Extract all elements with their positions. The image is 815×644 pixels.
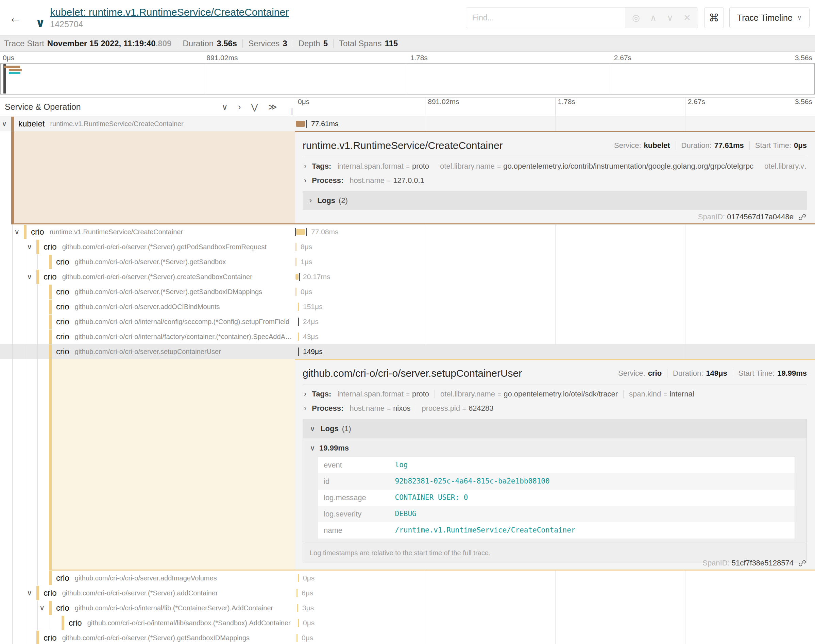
span-duration-label: 77.08ms [311,224,339,239]
span-row-timeline-cell[interactable]: 1μs [295,255,815,269]
span-row[interactable]: criogithub.com/cri-o/cri-o/server.addIma… [0,570,815,586]
link-icon[interactable] [798,213,806,221]
tag-equals: = [663,391,667,398]
locate-icon[interactable]: ◎ [632,13,640,22]
chevron-down-icon[interactable]: ∨ [27,589,32,597]
span-row-timeline-cell[interactable]: 3μs [295,601,815,615]
span-row-name-cell[interactable]: ∨criogithub.com/cri-o/cri-o/server.(*Ser… [0,239,295,255]
span-row-name-cell[interactable]: criogithub.com/cri-o/cri-o/internal/lib/… [0,615,295,630]
span-row-name-cell[interactable]: criogithub.com/cri-o/cri-o/server.(*Serv… [0,630,295,644]
span-row-timeline-cell[interactable]: 0μs [295,630,815,644]
timeline-grid-line [425,239,425,255]
minimap-drag-handle[interactable] [3,64,6,94]
tags-summary-row[interactable]: ›Tags:internal.span.format=protootel.lib… [303,157,807,172]
minimap-canvas[interactable] [0,63,815,95]
span-row[interactable]: criogithub.com/cri-o/cri-o/server.(*Serv… [0,630,815,644]
span-row-name-cell[interactable]: criogithub.com/cri-o/cri-o/server.(*Serv… [0,255,295,269]
service-name: crio [56,347,69,356]
span-row-timeline-cell[interactable]: 24μs [295,314,815,329]
column-resizer-handle[interactable]: ∥ [290,107,293,115]
tag-key: internal.span.format [337,162,403,171]
span-row-timeline-cell[interactable]: 77.08ms [295,224,815,239]
link-icon[interactable] [798,559,806,567]
expand-all-icon[interactable]: ≫ [268,103,277,111]
span-row[interactable]: criogithub.com/cri-o/cri-o/internal/fact… [0,329,815,344]
span-boundary-tick [298,303,299,311]
span-row-name-cell[interactable]: criogithub.com/cri-o/cri-o/internal/fact… [0,329,295,344]
clear-search-icon[interactable]: ✕ [683,13,691,22]
next-result-icon[interactable]: ∨ [667,13,673,22]
prev-result-icon[interactable]: ∧ [650,13,657,22]
span-duration-label: 0μs [302,630,313,644]
timeline-grid-line [425,344,425,359]
service-color-bar [49,299,52,314]
span-row-name-cell[interactable]: criogithub.com/cri-o/cri-o/server.addIma… [0,570,295,586]
collapse-all-icon[interactable]: ⋁ [251,103,258,111]
logs-section-header[interactable]: ∨Logs(1) [303,419,806,438]
span-row-name-cell[interactable]: ∨crioruntime.v1.RuntimeService/CreateCon… [0,224,295,239]
span-row[interactable]: criogithub.com/cri-o/cri-o/server.addOCI… [0,299,815,314]
span-row[interactable]: criogithub.com/cri-o/cri-o/server.(*Serv… [0,284,815,299]
process-summary-row[interactable]: ›Process:host.name=127.0.0.1 [303,172,807,186]
span-row[interactable]: ∨criogithub.com/cri-o/cri-o/server.(*Ser… [0,586,815,601]
span-row[interactable]: criogithub.com/cri-o/cri-o/server.(*Serv… [0,255,815,269]
span-row-timeline-cell[interactable]: 8μs [295,239,815,255]
span-row[interactable]: ∨criogithub.com/cri-o/cri-o/server.(*Ser… [0,269,815,284]
timeline-grid-line [425,601,425,615]
span-row-name-cell[interactable]: criogithub.com/cri-o/cri-o/internal/conf… [0,314,295,329]
timeline-grid-line [685,601,685,615]
expand-one-icon[interactable]: › [238,103,241,111]
chevron-down-icon[interactable]: ∨ [2,120,7,128]
tag-value: 624283 [469,404,493,413]
span-row-timeline-cell[interactable]: 0μs [295,284,815,299]
span-row[interactable]: ∨criogithub.com/cri-o/cri-o/internal/lib… [0,601,815,615]
span-row[interactable]: ∨crioruntime.v1.RuntimeService/CreateCon… [0,224,815,239]
span-row-name-cell[interactable]: ∨criogithub.com/cri-o/cri-o/server.(*Ser… [0,586,295,601]
timeline-grid-line [685,630,685,644]
trace-collapse-icon[interactable]: ∨ [35,17,45,29]
find-input[interactable] [466,8,625,28]
chevron-down-icon[interactable]: ∨ [14,228,19,236]
span-row-name-cell[interactable]: criogithub.com/cri-o/cri-o/server.(*Serv… [0,284,295,299]
span-row-name-cell[interactable]: ∨criogithub.com/cri-o/cri-o/server.(*Ser… [0,269,295,284]
chevron-down-icon[interactable]: ∨ [27,243,32,251]
indent-guide-line [12,630,12,644]
span-duration-label: 20.17ms [303,269,331,284]
span-row-timeline-cell[interactable]: 149μs [295,344,815,359]
span-row-timeline-cell[interactable]: 0μs [295,570,815,586]
span-duration-label: 149μs [303,344,323,359]
span-row-name-cell[interactable]: criogithub.com/cri-o/cri-o/server.setupC… [0,344,295,359]
service-name: crio [56,573,69,583]
span-row[interactable]: ∨criogithub.com/cri-o/cri-o/server.(*Ser… [0,239,815,255]
span-row[interactable]: criogithub.com/cri-o/cri-o/server.setupC… [0,344,815,359]
span-row-name-cell[interactable]: criogithub.com/cri-o/cri-o/server.addOCI… [0,299,295,314]
service-name: crio [31,227,44,237]
trace-title-link[interactable]: kubelet: runtime.v1.RuntimeService/Creat… [50,6,289,18]
chevron-down-icon[interactable]: ∨ [27,273,32,281]
back-button[interactable]: ← [9,11,22,24]
chevron-right-icon: › [304,404,306,413]
span-detail-left-filler [0,131,295,224]
span-row[interactable]: ∨kubeletruntime.v1.RuntimeService/Create… [0,116,815,131]
span-row-timeline-cell[interactable]: 0μs [295,615,815,630]
process-summary-row[interactable]: ›Process:host.name=nixosprocess.pid=6242… [303,399,807,414]
span-row[interactable]: criogithub.com/cri-o/cri-o/internal/conf… [0,314,815,329]
tag-item: process.pid=624283 [421,404,493,413]
span-row-timeline-cell[interactable]: 77.61ms [295,116,815,131]
span-row-timeline-cell[interactable]: 43μs [295,329,815,344]
span-detail-title: runtime.v1.RuntimeService/CreateContaine… [303,140,614,151]
span-row-timeline-cell[interactable]: 151μs [295,299,815,314]
tags-summary-row[interactable]: ›Tags:internal.span.format=protootel.lib… [303,385,807,399]
chevron-down-icon[interactable]: ∨ [40,604,44,612]
span-row[interactable]: criogithub.com/cri-o/cri-o/internal/lib/… [0,615,815,630]
logs-section-header[interactable]: ›Logs(2) [303,191,807,210]
collapse-one-icon[interactable]: ∨ [222,103,228,111]
span-row-timeline-cell[interactable]: 6μs [295,586,815,601]
log-entry-toggle[interactable]: ∨19.99ms [303,439,806,453]
view-selector-button[interactable]: Trace Timeline ∨ [729,7,810,28]
log-field-key: log.severity [318,506,390,522]
span-row-timeline-cell[interactable]: 20.17ms [295,269,815,284]
keyboard-shortcuts-button[interactable]: ⌘ [704,7,724,28]
span-row-name-cell[interactable]: ∨criogithub.com/cri-o/cri-o/internal/lib… [0,601,295,615]
span-row-name-cell[interactable]: ∨kubeletruntime.v1.RuntimeService/Create… [0,116,295,131]
